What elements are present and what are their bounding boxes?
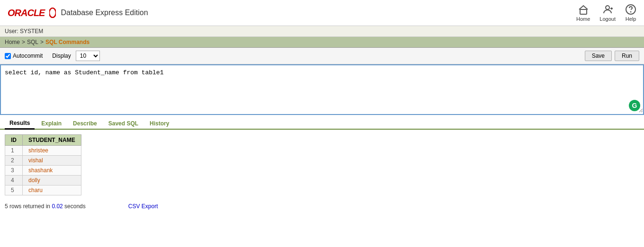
col-id: ID (5, 135, 23, 146)
cell-id: 4 (5, 176, 23, 185)
table-row: 3shashank (5, 166, 81, 176)
logout-icon (602, 4, 613, 15)
run-button[interactable]: Run (615, 51, 639, 61)
status-time: 0.02 (52, 203, 63, 210)
cell-name: charu (23, 185, 81, 195)
tab-results[interactable]: Results (5, 118, 35, 130)
breadcrumb-sql[interactable]: SQL (27, 39, 38, 45)
status-prefix: 5 rows returned in (5, 203, 52, 210)
logout-nav-label: Logout (599, 16, 616, 22)
cell-id: 2 (5, 156, 23, 166)
results-area: ID STUDENT_NAME 1shristee2vishal3shashan… (0, 130, 644, 200)
breadcrumb: Home > SQL > SQL Commands (0, 37, 644, 48)
tab-saved-sql[interactable]: Saved SQL (104, 118, 143, 129)
help-icon (625, 4, 636, 15)
user-bar: User: SYSTEM (0, 26, 644, 37)
table-row: 2vishal (5, 156, 81, 166)
sql-editor[interactable] (1, 65, 643, 113)
table-header-row: ID STUDENT_NAME (5, 135, 81, 146)
tab-history[interactable]: History (145, 118, 174, 129)
logo: ORACLE Database Express Edition (8, 8, 148, 18)
cell-name: dolly (23, 176, 81, 185)
svg-point-0 (49, 8, 56, 18)
breadcrumb-home[interactable]: Home (5, 39, 20, 45)
oracle-logo-icon (49, 8, 56, 18)
table-row: 1shristee (5, 146, 81, 156)
results-table: ID STUDENT_NAME 1shristee2vishal3shashan… (5, 134, 81, 195)
cell-name: shashank (23, 166, 81, 176)
cell-id: 1 (5, 146, 23, 156)
breadcrumb-sep2: > (40, 39, 44, 45)
autocommit-label[interactable]: Autocommit (5, 53, 43, 59)
save-button[interactable]: Save (585, 51, 612, 61)
table-row: 5charu (5, 185, 81, 195)
header-nav: Home Logout Help (576, 4, 636, 22)
user-info: User: SYSTEM (5, 28, 43, 35)
status-suffix: seconds (63, 203, 86, 210)
autocommit-checkbox[interactable] (5, 53, 11, 59)
svg-point-2 (606, 6, 609, 9)
status-bar: 5 rows returned in 0.02 seconds CSV Expo… (0, 200, 644, 212)
svg-point-5 (631, 12, 631, 12)
cell-name: shristee (23, 146, 81, 156)
display-select[interactable]: 10 25 50 100 (76, 51, 100, 61)
header: ORACLE Database Express Edition Home Log… (0, 0, 644, 26)
home-nav-label: Home (576, 16, 590, 22)
toolbar-actions: Save Run (585, 51, 639, 61)
col-student-name: STUDENT_NAME (23, 135, 81, 146)
sql-editor-container: G (0, 64, 644, 115)
status-text: 5 rows returned in 0.02 seconds (5, 203, 86, 210)
display-label-text: Display (52, 53, 71, 59)
home-nav-link[interactable]: Home (576, 4, 590, 22)
home-icon (578, 4, 589, 15)
oracle-logo-text: ORACLE (8, 8, 45, 18)
help-nav-link[interactable]: Help (625, 4, 636, 22)
breadcrumb-sep1: > (22, 39, 25, 45)
toolbar: Autocommit Display 10 25 50 100 Save Run (0, 48, 644, 64)
breadcrumb-current: SQL Commands (45, 39, 89, 45)
csv-export-link[interactable]: CSV Export (128, 203, 158, 210)
help-nav-label: Help (626, 16, 636, 22)
svg-rect-1 (580, 9, 587, 14)
tab-describe[interactable]: Describe (68, 118, 102, 129)
db-edition-text: Database Express Edition (61, 9, 148, 17)
table-row: 4dolly (5, 176, 81, 185)
cell-id: 3 (5, 166, 23, 176)
cell-id: 5 (5, 185, 23, 195)
tabs-bar: Results Explain Describe Saved SQL Histo… (0, 118, 644, 130)
tab-explain[interactable]: Explain (36, 118, 66, 129)
cell-name: vishal (23, 156, 81, 166)
grammarly-icon: G (629, 100, 640, 111)
autocommit-text: Autocommit (13, 53, 43, 59)
logout-nav-link[interactable]: Logout (599, 4, 616, 22)
